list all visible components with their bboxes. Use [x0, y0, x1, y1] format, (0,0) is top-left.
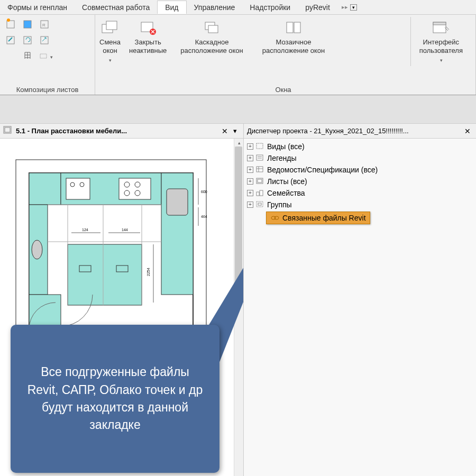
groups-icon	[255, 200, 265, 209]
tree-item-schedules[interactable]: + Ведомости/Спецификации (все)	[245, 164, 475, 176]
view-tab-icon	[3, 126, 13, 136]
tree-label: Связанные файлы Revit	[282, 214, 366, 222]
svg-rect-63	[257, 143, 263, 149]
chevron-down-icon	[439, 56, 443, 64]
svg-rect-33	[29, 295, 61, 326]
tree-item-views[interactable]: + Виды (все)	[245, 141, 475, 152]
callout-box: Все подгруженные файлы Revit, САПР, Обла…	[11, 325, 219, 473]
sheet-add-icon	[6, 19, 17, 30]
tree-item-sheets[interactable]: + Листы (все)	[245, 176, 475, 187]
tree-item-legends[interactable]: + Легенды	[245, 152, 475, 164]
svg-rect-0	[7, 21, 14, 28]
expand-icon[interactable]: +	[247, 178, 253, 185]
tab-view[interactable]: Вид	[157, 1, 186, 14]
tile-icon	[285, 19, 303, 37]
sheet-blue-button[interactable]	[21, 17, 36, 32]
view-tab-menu[interactable]: ▾	[230, 127, 240, 135]
svg-rect-24	[433, 22, 446, 25]
tree-label: Виды (все)	[267, 142, 305, 151]
tab-overflow[interactable]: ▸▸ ▾	[337, 2, 361, 13]
grid-icon	[23, 50, 34, 62]
grid-button[interactable]	[21, 49, 36, 63]
close-inactive-button[interactable]: Закрыть неактивные	[125, 17, 171, 57]
tree-label: Листы (все)	[267, 177, 307, 186]
tree-label: Семейства	[267, 189, 305, 197]
svg-rect-21	[287, 22, 293, 33]
sheet-dots-button[interactable]	[38, 49, 53, 63]
sheet-rev-icon: R	[40, 19, 51, 30]
cascade-button[interactable]: Каскадное расположение окон	[171, 17, 252, 57]
sheet-reload-icon	[23, 34, 34, 46]
callout-text: Все подгруженные файлы Revit, САПР, Обла…	[24, 363, 206, 434]
svg-text:124: 124	[82, 228, 88, 232]
svg-rect-40	[66, 178, 90, 199]
chevron-down-icon	[108, 56, 112, 64]
schedules-icon	[255, 166, 265, 174]
expand-icon[interactable]: +	[247, 155, 253, 161]
view-tab-close[interactable]: ✕	[219, 127, 230, 135]
svg-rect-14	[40, 54, 47, 58]
svg-rect-67	[257, 167, 263, 172]
tile-button[interactable]: Мозаичное расположение окон	[253, 17, 334, 57]
switch-windows-button[interactable]: Смена окон	[95, 17, 125, 66]
tab-manage[interactable]: Управление	[187, 1, 243, 14]
scroll-up-button[interactable]: ▴	[234, 139, 243, 147]
toolbar-spacer	[0, 95, 476, 124]
svg-point-43	[32, 240, 42, 259]
close-inactive-icon	[139, 19, 157, 37]
tab-collab[interactable]: Совместная работа	[75, 1, 157, 14]
expand-icon[interactable]: +	[247, 167, 253, 173]
svg-rect-44	[68, 244, 142, 305]
tree-label: Группы	[267, 200, 292, 209]
expand-icon[interactable]: +	[247, 190, 253, 196]
svg-rect-16	[106, 21, 117, 30]
svg-rect-29	[29, 173, 61, 205]
project-browser-close[interactable]: ✕	[462, 127, 473, 135]
tab-forms-genplan[interactable]: Формы и генплан	[0, 1, 75, 14]
project-browser-tree[interactable]: + Виды (все) + Легенды + Ведомости/Специ…	[244, 139, 476, 226]
tree-label: Ведомости/Спецификации (все)	[267, 166, 378, 174]
overflow-menu-icon: ▾	[350, 4, 357, 11]
ribbon-group-sheets: Композиция листов	[4, 85, 90, 94]
sheet-link-button[interactable]	[4, 33, 19, 48]
svg-rect-75	[258, 203, 261, 205]
overflow-arrow-icon: ▸▸	[342, 4, 348, 11]
svg-rect-26	[5, 127, 10, 132]
sheet-reload-button[interactable]	[21, 33, 36, 48]
drawing-canvas[interactable]: 124 144 2254 600 464 ▴ ▾	[0, 139, 243, 476]
ribbon-group-windows: Окна	[95, 85, 471, 94]
svg-point-77	[274, 216, 279, 219]
tab-pyrevit[interactable]: pyRevit	[298, 1, 337, 14]
svg-rect-35	[119, 178, 151, 199]
sheet-link-icon	[6, 34, 17, 46]
svg-rect-3	[24, 21, 31, 28]
sheet-add-button[interactable]	[4, 17, 19, 32]
svg-text:600: 600	[201, 190, 207, 194]
legends-icon	[255, 154, 265, 162]
svg-rect-20	[208, 25, 218, 33]
expand-icon[interactable]: +	[247, 202, 253, 208]
tree-item-families[interactable]: + Семейства	[245, 187, 475, 199]
sheet-dots-icon	[38, 50, 49, 62]
tab-addins[interactable]: Надстройки	[242, 1, 298, 14]
svg-rect-73	[260, 190, 263, 196]
sheets-icon	[255, 177, 265, 186]
tree-label: Легенды	[267, 154, 297, 162]
ui-button[interactable]: Интерфейс пользователя	[410, 17, 471, 66]
tree-item-linked-files[interactable]: Связанные файлы Revit	[266, 212, 370, 224]
svg-rect-22	[294, 22, 300, 33]
sheet-blue-icon	[23, 19, 34, 30]
sheet-rev-button[interactable]: R	[38, 17, 53, 32]
expand-icon[interactable]: +	[247, 143, 253, 150]
cascade-icon	[203, 19, 221, 37]
view-tab-title: 5.1 - План расстановки мебели...	[16, 127, 219, 135]
tree-item-groups[interactable]: + Группы	[245, 199, 475, 210]
sheet-arrow-icon	[40, 34, 51, 46]
project-browser-title: Диспетчер проекта - 21_Кухня_2021_02_15!…	[247, 127, 462, 135]
linked-files-icon	[270, 214, 280, 222]
svg-point-1	[7, 19, 10, 22]
sheet-arrow-button[interactable]	[38, 33, 53, 48]
families-icon	[255, 189, 265, 197]
svg-text:R: R	[42, 23, 45, 28]
ui-icon	[432, 19, 450, 37]
